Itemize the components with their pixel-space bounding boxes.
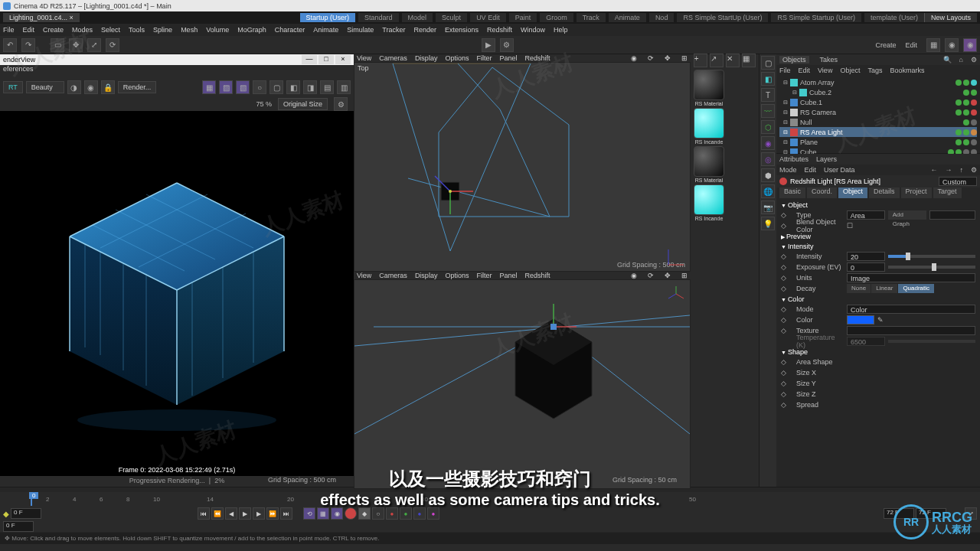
- field-icon[interactable]: ◎: [761, 152, 775, 166]
- layers-tab[interactable]: Layers: [816, 155, 837, 163]
- mode-icon[interactable]: ▨: [219, 80, 233, 94]
- edit-menu[interactable]: Edit: [805, 166, 817, 174]
- viewport-menu-options[interactable]: Options: [445, 272, 469, 279]
- size-dropdown[interactable]: Original Size: [278, 98, 328, 110]
- viewport-menu-display[interactable]: Display: [415, 272, 438, 279]
- viewport-nav-icon[interactable]: ⊞: [681, 272, 688, 279]
- graph-dropdown[interactable]: [929, 210, 975, 220]
- param-key-icon[interactable]: ●: [427, 507, 439, 520]
- viewport-nav-icon[interactable]: ◉: [631, 54, 637, 62]
- add-graph-button[interactable]: Add Graph: [888, 210, 927, 220]
- maximize-icon[interactable]: □: [318, 55, 334, 64]
- undo-icon[interactable]: ↶: [3, 38, 17, 52]
- viewport-menu-panel[interactable]: Panel: [499, 54, 517, 62]
- menu-edit[interactable]: Edit: [23, 26, 35, 34]
- toolbar-icon[interactable]: ◉: [945, 38, 959, 52]
- layout-tab[interactable]: Paint: [509, 13, 537, 22]
- attr-tab-coord[interactable]: Coord.: [807, 187, 837, 198]
- search-icon[interactable]: 🔍: [943, 56, 952, 64]
- preset-dropdown[interactable]: Custom: [939, 177, 977, 186]
- menu-character[interactable]: Character: [275, 26, 305, 34]
- color-swatch[interactable]: [847, 315, 874, 324]
- object-row[interactable]: ⊟Cube.1: [779, 97, 977, 107]
- exposure-field[interactable]: 0: [847, 262, 885, 272]
- objects-menu-tags[interactable]: Tags: [867, 67, 882, 74]
- minimize-icon[interactable]: —: [302, 55, 317, 64]
- up-icon[interactable]: ↑: [960, 166, 964, 174]
- object-status-dots[interactable]: [956, 139, 977, 145]
- close-icon[interactable]: ×: [335, 55, 351, 64]
- expand-icon[interactable]: ⊟: [783, 129, 788, 135]
- delete-icon[interactable]: ✕: [726, 54, 740, 67]
- layout-tab[interactable]: RS Simple Startup (User): [771, 13, 861, 22]
- intensity-section[interactable]: Intensity: [781, 241, 975, 251]
- home-icon[interactable]: ⌂: [959, 56, 963, 64]
- decay-none-button[interactable]: None: [847, 284, 871, 293]
- expand-icon[interactable]: ⊟: [783, 99, 788, 106]
- menu-simulate[interactable]: Simulate: [347, 26, 374, 34]
- menu-create[interactable]: Create: [43, 26, 64, 34]
- play-icon[interactable]: ▶: [239, 507, 251, 520]
- modifier-icon[interactable]: ⬡: [761, 120, 775, 134]
- viewport-menu-cameras[interactable]: Cameras: [379, 54, 407, 62]
- attr-tab-target[interactable]: Target: [933, 187, 962, 198]
- object-row[interactable]: ⊟Cube.2: [779, 87, 977, 97]
- layout-tab[interactable]: Animate: [609, 13, 646, 22]
- viewport-perspective[interactable]: [354, 279, 691, 489]
- playhead[interactable]: [31, 492, 32, 506]
- start-frame-field[interactable]: 0 F: [11, 508, 41, 519]
- camera-icon[interactable]: 📷: [761, 201, 775, 214]
- layout-tab[interactable]: UV Edit: [470, 13, 506, 22]
- deformer-icon[interactable]: ◉: [761, 136, 775, 150]
- select-tool-icon[interactable]: ▭: [51, 38, 64, 52]
- axis-gizmo[interactable]: [667, 285, 685, 303]
- render-prefs-tab[interactable]: eferences: [0, 65, 354, 77]
- tool-icon[interactable]: ▤: [320, 80, 334, 94]
- viewport-nav-icon[interactable]: ◉: [631, 272, 637, 279]
- object-section[interactable]: Object: [781, 200, 975, 210]
- move-tool-icon[interactable]: ✥: [69, 38, 83, 52]
- menu-spline[interactable]: Spline: [153, 26, 172, 34]
- object-tree[interactable]: ⊟Atom Array⊟Cube.2⊟Cube.1⊟RS Camera⊟Null…: [776, 76, 980, 158]
- attr-tab-basic[interactable]: Basic: [779, 187, 805, 198]
- menu-help[interactable]: Help: [554, 26, 568, 34]
- tool-icon[interactable]: ◨: [303, 80, 317, 94]
- layout-tab[interactable]: Track: [577, 13, 606, 22]
- object-row[interactable]: ⊟Atom Array: [779, 77, 977, 87]
- menu-volume[interactable]: Volume: [206, 26, 229, 34]
- layout-tab[interactable]: Startup (User): [300, 13, 356, 22]
- viewport-menu-panel[interactable]: Panel: [499, 272, 517, 279]
- globe-icon[interactable]: 🌐: [761, 184, 775, 198]
- color-mode-dropdown[interactable]: Color: [847, 305, 975, 314]
- prev-key-icon[interactable]: ⏪: [211, 507, 224, 520]
- menu-tools[interactable]: Tools: [129, 26, 145, 34]
- viewport-menu-filter[interactable]: Filter: [476, 54, 492, 62]
- toolbar-icon[interactable]: ▦: [926, 38, 940, 52]
- layout-tab[interactable]: Standard: [358, 13, 399, 22]
- record-button[interactable]: [345, 507, 357, 520]
- render-tool-icon[interactable]: ◑: [67, 80, 81, 94]
- color-section[interactable]: Color: [781, 294, 975, 304]
- menu-mesh[interactable]: Mesh: [181, 26, 198, 34]
- object-status-dots[interactable]: [963, 90, 977, 96]
- attr-tab-object[interactable]: Object: [838, 187, 867, 198]
- viewport-menu-redshift[interactable]: Redshift: [524, 54, 550, 62]
- scale-key-icon[interactable]: ●: [400, 507, 412, 520]
- expand-icon[interactable]: ⊟: [792, 90, 797, 96]
- menu-file[interactable]: File: [3, 26, 15, 34]
- viewport-menu-view[interactable]: View: [357, 272, 371, 279]
- texture-field[interactable]: [847, 326, 975, 335]
- circle-tool-icon[interactable]: ○: [253, 80, 266, 94]
- back-icon[interactable]: ←: [931, 166, 938, 174]
- tool-icon[interactable]: ◧: [286, 80, 300, 94]
- viewport-top[interactable]: Top Grid Spacing : 500 cm: [354, 62, 691, 272]
- object-row[interactable]: ⊟RS Area Light: [779, 127, 977, 137]
- rotate-tool-icon[interactable]: ⟳: [106, 38, 119, 52]
- decay-quadratic-button[interactable]: Quadratic: [898, 284, 934, 293]
- cube-icon[interactable]: ◧: [761, 72, 775, 86]
- grid-icon[interactable]: ▦: [742, 54, 756, 67]
- units-dropdown[interactable]: Image: [847, 273, 975, 282]
- object-status-dots[interactable]: [963, 119, 977, 126]
- viewport-nav-icon[interactable]: ⊞: [681, 54, 688, 62]
- object-status-dots[interactable]: [956, 99, 977, 106]
